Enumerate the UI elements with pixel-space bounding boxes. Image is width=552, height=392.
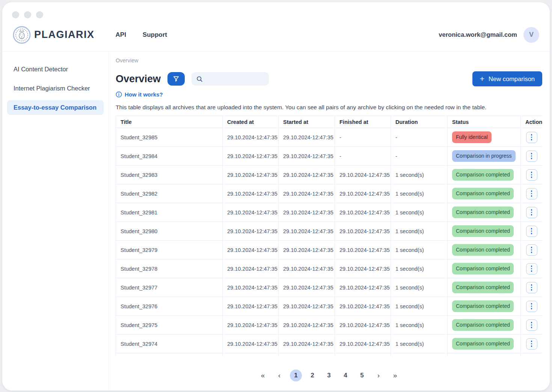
cell-actions [521, 222, 543, 241]
cell-duration: - [391, 128, 448, 147]
cell-title: Student_32981 [116, 203, 223, 222]
sidebar-item-ai-content-detector[interactable]: AI Content Detector [7, 62, 104, 77]
sidebar-nav: AI Content DetectorInternet Plagiarism C… [2, 51, 109, 390]
cell-title: Student_32984 [116, 147, 223, 166]
cell-actions [521, 278, 543, 297]
brand[interactable]: PLAGIARIX [13, 26, 95, 44]
cell-status: Comparison completed [448, 241, 521, 259]
pagination-last-button[interactable]: » [389, 369, 401, 381]
status-badge: Comparison completed [452, 319, 514, 330]
cell-finished-at: 29.10.2024-12:47:35 [335, 203, 391, 222]
table-row[interactable]: Student_3297429.10.2024-12:47:3529.10.20… [116, 335, 543, 353]
cell-title: Student_32975 [116, 316, 223, 335]
status-badge: Comparison completed [452, 338, 514, 349]
status-badge: Comparison in progress [452, 150, 516, 161]
table-row[interactable]: Student_3298429.10.2024-12:47:3529.10.20… [116, 147, 543, 166]
row-actions-button[interactable] [526, 169, 537, 181]
table-row[interactable]: Student_3298529.10.2024-12:47:3529.10.20… [116, 128, 543, 147]
table-row[interactable]: Student_3297829.10.2024-12:47:3529.10.20… [116, 259, 543, 278]
row-actions-button[interactable] [526, 188, 537, 199]
cell-started-at: 29.10.2024-12:47:35 [279, 203, 335, 222]
table-row[interactable]: Student_3298129.10.2024-12:47:3529.10.20… [116, 203, 543, 222]
row-actions-button[interactable] [526, 132, 537, 143]
pagination-page-5[interactable]: 5 [356, 369, 368, 381]
table-row[interactable]: Student_3297629.10.2024-12:47:3529.10.20… [116, 297, 543, 316]
sidebar-item-essay-to-essay-comparison[interactable]: Essay-to-essay Comparison [7, 100, 104, 115]
app-window: PLAGIARIX API Support veronica.work@gmai… [2, 2, 550, 390]
cell-title: Student_32980 [116, 222, 223, 241]
cell-finished-at: - [335, 147, 391, 166]
user-avatar[interactable]: V [523, 27, 539, 43]
sidebar-item-internet-plagiarism-checker[interactable]: Internet Plagiarism Checker [7, 81, 104, 96]
how-it-works-link[interactable]: How it works? [116, 91, 163, 98]
row-actions-button[interactable] [526, 282, 537, 293]
header-right: veronica.work@gmail.com V [439, 27, 539, 43]
cell-finished-at: 29.10.2024-12:47:35 [335, 335, 391, 353]
table-row[interactable]: Student_3298329.10.2024-12:47:3529.10.20… [116, 166, 543, 184]
cell-started-at [279, 353, 335, 356]
new-comparison-button[interactable]: + New comparison [472, 71, 542, 86]
cell-status: Comparison completed [448, 184, 521, 203]
cell-status: Comparison completed [448, 222, 521, 241]
cell-finished-at: 29.10.2024-12:47:35 [335, 297, 391, 316]
cell-title [116, 353, 223, 356]
table-row[interactable]: Student_3298229.10.2024-12:47:3529.10.20… [116, 184, 543, 203]
cell-finished-at: 29.10.2024-12:47:35 [335, 222, 391, 241]
pagination-page-2[interactable]: 2 [306, 369, 318, 381]
search-input[interactable] [206, 76, 264, 82]
pagination-page-4[interactable]: 4 [339, 369, 351, 381]
status-badge: Comparison completed [452, 282, 514, 293]
cell-started-at: 29.10.2024-12:47:35 [279, 128, 335, 147]
pagination-first-button[interactable]: « [257, 369, 269, 381]
cell-duration: 1 second(s) [391, 335, 448, 353]
funnel-icon [172, 75, 180, 83]
pagination-prev-button[interactable]: ‹ [273, 369, 285, 381]
breadcrumb: Overview [116, 57, 542, 63]
cell-finished-at: 29.10.2024-12:47:35 [335, 241, 391, 259]
cell-title: Student_32978 [116, 259, 223, 278]
table-row[interactable]: Student_3297929.10.2024-12:47:3529.10.20… [116, 241, 543, 259]
pagination-page-1[interactable]: 1 [290, 369, 302, 381]
nav-item-api[interactable]: API [116, 31, 126, 39]
cell-finished-at: 29.10.2024-12:47:35 [335, 166, 391, 184]
pagination-next-button[interactable]: › [373, 369, 385, 381]
table-row[interactable] [116, 353, 543, 356]
cell-created-at: 29.10.2024-12:47:35 [223, 259, 279, 278]
pagination-page-3[interactable]: 3 [323, 369, 335, 381]
window-control-dot[interactable] [12, 11, 19, 18]
filter-button[interactable] [167, 72, 185, 86]
column-header-duration: Duration [391, 116, 448, 128]
table-row[interactable]: Student_3297529.10.2024-12:47:3529.10.20… [116, 316, 543, 335]
cell-status: Comparison completed [448, 166, 521, 184]
row-actions-button[interactable] [526, 226, 537, 237]
cell-duration: 1 second(s) [391, 259, 448, 278]
cell-created-at: 29.10.2024-12:47:35 [223, 184, 279, 203]
cell-actions [521, 147, 543, 166]
row-actions-button[interactable] [526, 338, 537, 350]
table-row[interactable]: Student_3297729.10.2024-12:47:3529.10.20… [116, 278, 543, 297]
row-actions-button[interactable] [526, 320, 537, 331]
row-actions-button[interactable] [526, 207, 537, 218]
status-badge: Comparison completed [452, 207, 514, 218]
cell-duration: 1 second(s) [391, 316, 448, 335]
row-actions-button[interactable] [526, 301, 537, 312]
row-actions-button[interactable] [526, 244, 537, 256]
window-control-dot[interactable] [36, 11, 43, 18]
window-control-dot[interactable] [24, 11, 31, 18]
pagination: «‹12345›» [116, 369, 542, 381]
cell-started-at: 29.10.2024-12:47:35 [279, 335, 335, 353]
cell-created-at: 29.10.2024-12:47:35 [223, 128, 279, 147]
cell-duration: - [391, 147, 448, 166]
status-badge: Comparison completed [452, 225, 514, 237]
table-row[interactable]: Student_3298029.10.2024-12:47:3529.10.20… [116, 222, 543, 241]
row-actions-button[interactable] [526, 263, 537, 274]
table-body: Student_3298529.10.2024-12:47:3529.10.20… [116, 128, 543, 356]
window-titlebar [2, 2, 550, 18]
cell-created-at: 29.10.2024-12:47:35 [223, 166, 279, 184]
nav-item-support[interactable]: Support [143, 31, 167, 39]
row-actions-button[interactable] [526, 151, 537, 162]
cell-finished-at: 29.10.2024-12:47:35 [335, 259, 391, 278]
status-badge: Comparison completed [452, 244, 514, 255]
cell-started-at: 29.10.2024-12:47:35 [279, 316, 335, 335]
cell-finished-at: 29.10.2024-12:47:35 [335, 316, 391, 335]
